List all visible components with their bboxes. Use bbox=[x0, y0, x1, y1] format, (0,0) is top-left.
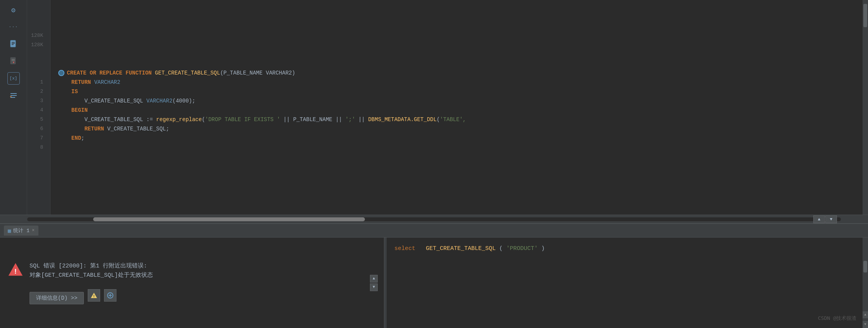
bottom-scroll-up[interactable]: ▲ bbox=[863, 311, 868, 318]
document-icon[interactable] bbox=[7, 38, 20, 50]
param-text: P_TABLE_NAME VARCHAR2) bbox=[224, 68, 295, 78]
watermark: CSDN @技术很渣 bbox=[818, 315, 856, 322]
gear-icon[interactable]: ⚙ bbox=[7, 4, 20, 16]
keyword-replace: REPLACE bbox=[99, 68, 122, 78]
detail-button-row: 详细信息(D) >> ! bbox=[8, 286, 376, 304]
query-function-name: GET_CREATE_TABLE_SQL bbox=[426, 245, 496, 252]
horizontal-scrollbar-thumb[interactable] bbox=[93, 217, 365, 221]
dots-icon[interactable]: ··· bbox=[7, 21, 20, 33]
scroll-arrows: ▲ ▼ bbox=[370, 275, 378, 291]
breakpoint-dot bbox=[58, 70, 64, 76]
var-assign: V_CREATE_TABLE_SQL bbox=[84, 115, 143, 124]
line-numbers: 128K 128K 1 2 3 4 5 6 7 8 bbox=[27, 0, 50, 215]
error-message: 第1 行附近出现错误: bbox=[90, 263, 147, 269]
tab-close-button[interactable]: × bbox=[32, 228, 35, 233]
keyword-create: CREATE bbox=[67, 68, 86, 78]
svg-text:!: ! bbox=[13, 62, 14, 64]
return-var: V_CREATE_TABLE_SQL; bbox=[107, 124, 169, 134]
code-container: 128K 128K 1 2 3 4 5 6 7 8 CREATE bbox=[27, 0, 868, 215]
type-size: (4000) bbox=[172, 96, 192, 106]
code-line-4: V_CREATE_TABLE_SQL VARCHAR2 (4000) ; bbox=[58, 96, 855, 106]
code-line-3: IS bbox=[58, 87, 855, 96]
bottom-panel: ▦ 统计 1 × ! SQL 错误 [22000]: bbox=[0, 223, 868, 328]
error-row: ! SQL 错误 [22000]: 第1 行附近出现错误: 对象[GET_CRE… bbox=[8, 262, 376, 280]
error-icon: ! bbox=[8, 262, 23, 277]
detail-label: 详细信息(D) >> bbox=[36, 295, 77, 302]
keyword-or: OR bbox=[90, 68, 96, 78]
keyword-end: END bbox=[71, 134, 81, 143]
scroll-down-arrow[interactable]: ▼ bbox=[370, 283, 378, 291]
query-argument: 'PRODUCT' bbox=[506, 245, 538, 252]
keyword-is: IS bbox=[71, 87, 78, 96]
left-sidebar: ⚙ ··· ! [x] bbox=[0, 0, 27, 215]
string-drop: 'DROP TABLE IF EXISTS ' bbox=[205, 115, 280, 124]
editor-area: ⚙ ··· ! [x] bbox=[0, 0, 868, 215]
statistics-tab[interactable]: ▦ 统计 1 × bbox=[4, 226, 38, 236]
query-panel: select GET_CREATE_TABLE_SQL ( 'PRODUCT' … bbox=[387, 238, 868, 328]
code-line-5: BEGIN bbox=[58, 106, 855, 115]
vertical-scrollbar[interactable] bbox=[863, 0, 868, 215]
string-table: 'TABLE', bbox=[440, 115, 466, 124]
code-line-6: V_CREATE_TABLE_SQL := regexp_replace ( '… bbox=[58, 115, 855, 124]
code-line bbox=[58, 59, 855, 68]
code-line-7: RETURN V_CREATE_TABLE_SQL; bbox=[58, 124, 855, 134]
bottom-scroll-down[interactable]: ▼ bbox=[863, 321, 868, 328]
code-line bbox=[58, 31, 855, 40]
scrollbar-thumb bbox=[863, 4, 867, 27]
warning-icon-button[interactable]: ! bbox=[88, 289, 100, 302]
svg-text:!: ! bbox=[93, 295, 95, 298]
warning-doc-icon[interactable]: ! bbox=[7, 55, 20, 68]
func-dbms: DBMS_METADATA.GET_DDL bbox=[368, 115, 436, 124]
var-tablename: P_TABLE_NAME bbox=[293, 115, 332, 124]
detail-button[interactable]: 详细信息(D) >> bbox=[30, 292, 84, 304]
function-name: GET_CREATE_TABLE_SQL bbox=[155, 68, 220, 78]
nav-arrows: ▲ ▼ bbox=[813, 215, 837, 223]
nav-up-arrow[interactable]: ▲ bbox=[813, 215, 825, 223]
tab-grid-icon: ▦ bbox=[8, 227, 11, 234]
func-regexp: regexp_replace bbox=[156, 115, 202, 124]
error-panel: ! SQL 错误 [22000]: 第1 行附近出现错误: 对象[GET_CRE… bbox=[0, 238, 384, 328]
variable-icon[interactable]: [x] bbox=[7, 72, 20, 85]
list-icon[interactable] bbox=[7, 89, 20, 102]
bottom-content: ! SQL 错误 [22000]: 第1 行附近出现错误: 对象[GET_CRE… bbox=[0, 238, 868, 328]
scroll-up-arrow[interactable]: ▲ bbox=[370, 275, 378, 283]
svg-rect-13 bbox=[10, 96, 12, 97]
bottom-scroll-thumb bbox=[863, 261, 867, 272]
code-line bbox=[58, 40, 855, 50]
code-line-1: CREATE OR REPLACE FUNCTION GET_CREATE_TA… bbox=[58, 68, 855, 78]
keyword-function: FUNCTION bbox=[125, 68, 151, 78]
add-icon-button[interactable] bbox=[104, 289, 116, 302]
code-line bbox=[58, 50, 855, 59]
query-select-keyword: select bbox=[394, 245, 415, 252]
var-create-sql: V_CREATE_TABLE_SQL bbox=[84, 96, 143, 106]
horizontal-scrollbar-container[interactable]: ▲ ▼ bbox=[0, 215, 868, 223]
type-varchar2: VARCHAR2 bbox=[94, 78, 120, 87]
keyword-return: RETURN bbox=[71, 78, 91, 87]
type-varchar2-2: VARCHAR2 bbox=[146, 96, 172, 106]
code-line-2: RETURN VARCHAR2 bbox=[58, 78, 855, 87]
tab-label: 统计 1 bbox=[13, 227, 30, 234]
error-detail: 对象[GET_CREATE_TABLE_SQL]处于无效状态 bbox=[30, 272, 153, 279]
error-text-block: SQL 错误 [22000]: 第1 行附近出现错误: 对象[GET_CREAT… bbox=[30, 262, 153, 280]
bottom-panel-scrollbar[interactable]: ▲ ▼ bbox=[863, 238, 868, 328]
nav-down-arrow[interactable]: ▼ bbox=[825, 215, 837, 223]
code-line-8: END ; bbox=[58, 134, 855, 143]
error-code: SQL 错误 [22000]: bbox=[30, 263, 87, 269]
bottom-tab-bar: ▦ 统计 1 × bbox=[0, 224, 868, 238]
keyword-begin: BEGIN bbox=[71, 106, 88, 115]
svg-text:!: ! bbox=[14, 267, 18, 275]
string-semi: ';' bbox=[345, 115, 355, 124]
end-semi: ; bbox=[81, 134, 84, 143]
query-text: select GET_CREATE_TABLE_SQL ( 'PRODUCT' … bbox=[394, 245, 860, 252]
code-editor[interactable]: CREATE OR REPLACE FUNCTION GET_CREATE_TA… bbox=[50, 0, 863, 215]
keyword-return-2: RETURN bbox=[84, 124, 104, 134]
